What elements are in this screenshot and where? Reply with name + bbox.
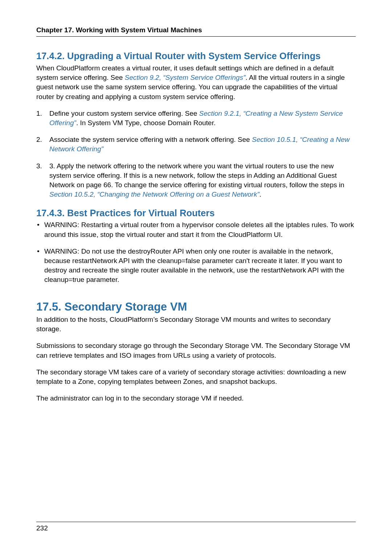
para-17-4-2-intro: When CloudPlatform creates a virtual rou… bbox=[36, 63, 356, 102]
running-header: Chapter 17. Working with System Virtual … bbox=[36, 26, 356, 37]
page-number: 232 bbox=[36, 524, 48, 532]
bullets-17-4-3: WARNING: Restarting a virtual router fro… bbox=[36, 220, 356, 284]
step-2: Associate the system service offering wi… bbox=[36, 135, 356, 154]
para-17-5-2: Submissions to secondary storage go thro… bbox=[36, 341, 356, 360]
text: . In System VM Type, choose Domain Route… bbox=[76, 119, 216, 127]
text: . bbox=[260, 190, 261, 198]
page: Chapter 17. Working with System Virtual … bbox=[0, 0, 392, 554]
step-3: 3. Apply the network offering to the net… bbox=[36, 161, 356, 200]
list-item: WARNING: Do not use the destroyRouter AP… bbox=[36, 247, 356, 285]
text: Define your custom system service offeri… bbox=[49, 110, 199, 117]
heading-17-4-2: 17.4.2. Upgrading a Virtual Router with … bbox=[36, 50, 356, 62]
para-17-5-4: The administrator can log in to the seco… bbox=[36, 394, 356, 403]
steps-17-4-2: Define your custom system service offeri… bbox=[36, 109, 356, 200]
para-17-5-3: The secondary storage VM takes care of a… bbox=[36, 368, 356, 386]
step-1: Define your custom system service offeri… bbox=[36, 109, 356, 128]
list-item: WARNING: Restarting a virtual router fro… bbox=[36, 220, 356, 239]
heading-17-5: 17.5. Secondary Storage VM bbox=[36, 300, 356, 313]
link-system-service-offerings[interactable]: Section 9.2, “System Service Offerings” bbox=[125, 74, 246, 81]
text: 3. Apply the network offering to the net… bbox=[49, 162, 344, 189]
link-changing-network-offering[interactable]: Section 10.5.2, “Changing the Network Of… bbox=[49, 190, 260, 198]
text: Associate the system service offering wi… bbox=[49, 136, 252, 143]
page-footer: 232 bbox=[36, 522, 356, 532]
heading-17-4-3: 17.4.3. Best Practices for Virtual Route… bbox=[36, 208, 356, 219]
para-17-5-1: In addition to the hosts, CloudPlatform’… bbox=[36, 315, 356, 334]
